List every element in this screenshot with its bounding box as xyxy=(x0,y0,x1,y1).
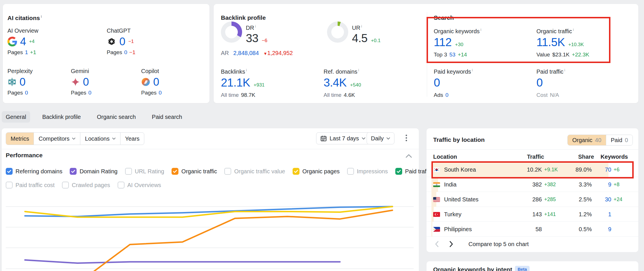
checkbox-impressions[interactable]: Impressions xyxy=(347,168,388,175)
keywords-value: 9 xyxy=(592,181,611,188)
ai-tile-perplexity: Perplexity0Pages0 xyxy=(7,68,71,74)
paid-keywords-metric: Paid keywordsi0Ads0 xyxy=(434,68,473,98)
share-value: 2.5% xyxy=(563,196,592,203)
performance-panel: MetricsCompetitorsLocationsYears Last 7 … xyxy=(2,128,419,271)
checkbox-crawled-pages[interactable]: Crawled pages xyxy=(62,182,110,188)
ahrefs-rank-line: AR 2,848,084 ▼1,294,952 xyxy=(221,50,293,56)
backlink-search-card: Backlink profile DRi 33 −6 AR 2,848,084 … xyxy=(214,4,638,103)
card-divider xyxy=(427,12,427,97)
location-row-in[interactable]: India382+3823.3%9+8 xyxy=(427,177,638,192)
organic-intent-title: Organic keywords by intentBeta xyxy=(433,266,530,271)
beta-badge: Beta xyxy=(515,266,530,271)
checkbox-organic-traffic[interactable]: Organic traffic xyxy=(172,168,217,175)
ai-tile-value[interactable]: 0 xyxy=(83,76,89,88)
ur-value: 4.5 xyxy=(352,32,367,45)
ur-delta: +0.1 xyxy=(371,38,381,44)
ai-citations-card: AI citationsi AI Overview4+4Pages1+1Chat… xyxy=(3,4,209,103)
traffic-delta: +9.1K xyxy=(542,167,563,173)
keywords-value: 9 xyxy=(592,226,611,233)
date-range-button[interactable]: Last 7 days xyxy=(316,132,370,144)
tab-paid-search[interactable]: Paid search xyxy=(148,111,186,123)
location-row-us[interactable]: United States286+2852.5%30+24 xyxy=(427,192,638,207)
checked-box-icon xyxy=(6,168,13,175)
filter-metrics[interactable]: Metrics xyxy=(6,133,34,145)
info-icon[interactable]: i xyxy=(41,14,42,19)
filter-years[interactable]: Years xyxy=(120,133,144,145)
next-page-icon[interactable] xyxy=(449,241,454,248)
chevron-down-icon xyxy=(72,138,75,140)
checkbox-ai-overviews[interactable]: AI Overviews xyxy=(118,182,161,188)
gemini-icon xyxy=(71,77,80,87)
divider xyxy=(2,149,419,149)
prev-page-icon[interactable] xyxy=(435,241,439,248)
ahrefs-rank-value[interactable]: 2,848,084 xyxy=(233,50,259,56)
checkbox-url-rating[interactable]: URL Rating xyxy=(125,168,164,175)
checked-box-icon xyxy=(293,168,299,175)
checked-box-icon xyxy=(395,168,402,175)
compare-top5-link[interactable]: Compare top 5 on chart xyxy=(468,241,529,248)
traffic-value: 10.2K xyxy=(513,166,542,173)
ahrefs-rank-drop: 1,294,952 xyxy=(267,50,293,56)
keywords-value: 30 xyxy=(592,196,611,203)
col-traffic: Traffic xyxy=(515,154,544,160)
ai-tile-ai-overview: AI Overview4+4Pages1+1 xyxy=(7,28,71,34)
divider xyxy=(427,149,638,150)
col-keywords: Keywords xyxy=(594,154,628,160)
keywords-delta: +24 xyxy=(611,197,628,203)
dr-value: 33 xyxy=(246,32,258,45)
dr-metric: DRi 33 −6 xyxy=(246,24,267,45)
url-rating-donut xyxy=(327,21,348,43)
location-row-kr[interactable]: South Korea10.2K+9.1K89.0%70+6 xyxy=(427,162,638,177)
checkbox-organic-pages[interactable]: Organic pages xyxy=(293,168,340,175)
toggle-paid[interactable]: Paid 0 xyxy=(606,135,633,145)
unchecked-box-icon xyxy=(62,182,69,188)
collapse-chevron-up-icon[interactable] xyxy=(406,154,412,158)
more-options-icon[interactable] xyxy=(406,135,407,141)
backlinks-metric: Backlinksi 21.1K +931 All time98.7K xyxy=(221,68,264,98)
organic_traffic-value[interactable]: 11.5K xyxy=(536,36,565,49)
keywords-value: 70 xyxy=(592,166,611,173)
checkbox-organic-traffic-value[interactable]: Organic traffic value xyxy=(224,168,285,175)
chevron-down-icon xyxy=(362,137,365,140)
domain-rating-donut xyxy=(221,21,242,43)
ai-tile-label: ChatGPT xyxy=(107,28,170,34)
unchecked-box-icon xyxy=(6,182,13,188)
filter-locations[interactable]: Locations xyxy=(80,133,120,145)
checkbox-referring-domains[interactable]: Referring domains xyxy=(6,168,62,175)
ref-domains-value[interactable]: 3.4K xyxy=(324,76,347,89)
checkbox-domain-rating[interactable]: Domain Rating xyxy=(70,168,117,175)
ai-tile-value[interactable]: 0 xyxy=(119,36,125,48)
granularity-button[interactable]: Daily xyxy=(367,132,394,144)
toggle-organic[interactable]: Organic 40 xyxy=(568,135,606,145)
checkbox-paid-traffic-cost[interactable]: Paid traffic cost xyxy=(6,182,55,188)
openai-icon xyxy=(107,37,116,46)
organic_keywords-value[interactable]: 112 xyxy=(434,36,452,49)
location-row-tr[interactable]: Turkey143+1411.2%1 xyxy=(427,207,638,222)
ai-tile-value[interactable]: 0 xyxy=(20,76,26,88)
tab-general[interactable]: General xyxy=(2,111,30,123)
ai-tile-label: AI Overview xyxy=(7,28,71,34)
paid_keywords-value[interactable]: 0 xyxy=(434,76,440,89)
chevron-down-icon xyxy=(112,138,116,140)
ai-citations-title: AI citationsi xyxy=(7,14,42,21)
performance-chart[interactable] xyxy=(2,189,419,271)
traffic-delta: +141 xyxy=(542,211,563,217)
tab-backlink-profile[interactable]: Backlink profile xyxy=(38,111,85,123)
calendar-icon xyxy=(320,135,327,142)
tab-organic-search[interactable]: Organic search xyxy=(93,111,140,123)
paid_traffic-value[interactable]: 0 xyxy=(536,76,543,89)
chevron-down-icon xyxy=(386,137,390,140)
filter-competitors[interactable]: Competitors xyxy=(34,133,80,145)
ai-tile-value[interactable]: 4 xyxy=(20,36,26,48)
unchecked-box-icon xyxy=(347,168,354,175)
backlinks-value[interactable]: 21.1K xyxy=(221,76,250,89)
checked-box-icon xyxy=(172,168,178,175)
ur-metric: URi 4.5 +0.1 xyxy=(352,24,381,45)
ai-tile-value[interactable]: 0 xyxy=(153,76,159,88)
location-row-ph[interactable]: Philippines580.5%9 xyxy=(427,222,638,237)
unchecked-box-icon xyxy=(118,182,124,188)
organic-traffic-metric: Organic traffici11.5K+10.3KValue$23.1K+2… xyxy=(536,28,592,58)
site-explorer-overview-page: AI citationsi AI Overview4+4Pages1+1Chat… xyxy=(0,0,644,271)
ai-tile-gemini: Gemini0Pages0 xyxy=(71,68,134,74)
traffic-value: 382 xyxy=(513,181,542,188)
